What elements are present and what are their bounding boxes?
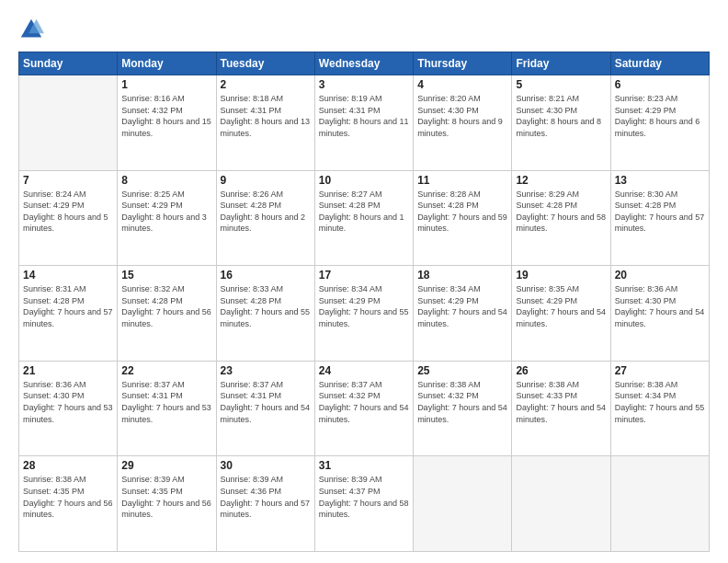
day-number: 14 bbox=[23, 269, 113, 282]
calendar-week-5: 28 Sunrise: 8:38 AM Sunset: 4:35 PM Dayl… bbox=[19, 456, 710, 552]
day-header-tuesday: Tuesday bbox=[216, 52, 314, 75]
calendar-cell: 28 Sunrise: 8:38 AM Sunset: 4:35 PM Dayl… bbox=[19, 456, 118, 552]
day-info: Sunrise: 8:23 AM Sunset: 4:29 PM Dayligh… bbox=[615, 93, 705, 139]
calendar-cell: 10 Sunrise: 8:27 AM Sunset: 4:28 PM Dayl… bbox=[314, 170, 413, 266]
day-header-monday: Monday bbox=[118, 52, 216, 75]
day-number: 6 bbox=[615, 78, 705, 91]
day-info: Sunrise: 8:19 AM Sunset: 4:31 PM Dayligh… bbox=[319, 93, 409, 139]
day-info: Sunrise: 8:30 AM Sunset: 4:28 PM Dayligh… bbox=[615, 189, 705, 235]
day-number: 3 bbox=[319, 78, 409, 91]
calendar-cell: 31 Sunrise: 8:39 AM Sunset: 4:37 PM Dayl… bbox=[314, 456, 413, 552]
day-info: Sunrise: 8:21 AM Sunset: 4:30 PM Dayligh… bbox=[516, 93, 606, 139]
day-info: Sunrise: 8:37 AM Sunset: 4:31 PM Dayligh… bbox=[221, 379, 311, 425]
calendar-cell bbox=[414, 456, 512, 552]
calendar-table: SundayMondayTuesdayWednesdayThursdayFrid… bbox=[18, 52, 710, 552]
day-number: 5 bbox=[516, 78, 606, 91]
day-number: 16 bbox=[221, 269, 311, 282]
calendar-cell: 2 Sunrise: 8:18 AM Sunset: 4:31 PM Dayli… bbox=[216, 75, 314, 171]
day-info: Sunrise: 8:38 AM Sunset: 4:34 PM Dayligh… bbox=[615, 379, 705, 425]
calendar-cell: 26 Sunrise: 8:38 AM Sunset: 4:33 PM Dayl… bbox=[512, 361, 610, 456]
day-info: Sunrise: 8:16 AM Sunset: 4:32 PM Dayligh… bbox=[121, 93, 211, 139]
day-info: Sunrise: 8:34 AM Sunset: 4:29 PM Dayligh… bbox=[417, 283, 507, 329]
day-number: 1 bbox=[121, 78, 211, 91]
calendar-cell: 22 Sunrise: 8:37 AM Sunset: 4:31 PM Dayl… bbox=[118, 361, 216, 456]
calendar-cell: 29 Sunrise: 8:39 AM Sunset: 4:35 PM Dayl… bbox=[118, 456, 216, 552]
day-number: 17 bbox=[319, 269, 409, 282]
calendar-week-4: 21 Sunrise: 8:36 AM Sunset: 4:30 PM Dayl… bbox=[19, 361, 710, 456]
calendar-cell: 30 Sunrise: 8:39 AM Sunset: 4:36 PM Dayl… bbox=[216, 456, 314, 552]
calendar-cell: 5 Sunrise: 8:21 AM Sunset: 4:30 PM Dayli… bbox=[512, 75, 610, 171]
day-header-thursday: Thursday bbox=[414, 52, 512, 75]
calendar-week-3: 14 Sunrise: 8:31 AM Sunset: 4:28 PM Dayl… bbox=[19, 266, 710, 362]
calendar-cell: 15 Sunrise: 8:32 AM Sunset: 4:28 PM Dayl… bbox=[118, 266, 216, 362]
logo-icon bbox=[18, 17, 44, 42]
day-info: Sunrise: 8:39 AM Sunset: 4:36 PM Dayligh… bbox=[221, 474, 311, 520]
day-number: 9 bbox=[221, 174, 311, 187]
calendar-cell: 19 Sunrise: 8:35 AM Sunset: 4:29 PM Dayl… bbox=[512, 266, 610, 362]
calendar-cell: 23 Sunrise: 8:37 AM Sunset: 4:31 PM Dayl… bbox=[216, 361, 314, 456]
calendar-week-2: 7 Sunrise: 8:24 AM Sunset: 4:29 PM Dayli… bbox=[19, 170, 710, 266]
calendar-cell bbox=[512, 456, 610, 552]
calendar-cell: 8 Sunrise: 8:25 AM Sunset: 4:29 PM Dayli… bbox=[118, 170, 216, 266]
day-info: Sunrise: 8:26 AM Sunset: 4:28 PM Dayligh… bbox=[221, 189, 311, 235]
calendar-cell: 11 Sunrise: 8:28 AM Sunset: 4:28 PM Dayl… bbox=[414, 170, 512, 266]
day-header-saturday: Saturday bbox=[610, 52, 709, 75]
day-number: 29 bbox=[121, 459, 211, 472]
day-number: 21 bbox=[23, 364, 113, 377]
calendar-cell: 13 Sunrise: 8:30 AM Sunset: 4:28 PM Dayl… bbox=[610, 170, 709, 266]
calendar-cell: 24 Sunrise: 8:37 AM Sunset: 4:32 PM Dayl… bbox=[314, 361, 413, 456]
day-info: Sunrise: 8:29 AM Sunset: 4:28 PM Dayligh… bbox=[516, 189, 606, 235]
calendar-cell: 27 Sunrise: 8:38 AM Sunset: 4:34 PM Dayl… bbox=[610, 361, 709, 456]
day-number: 22 bbox=[121, 364, 211, 377]
day-info: Sunrise: 8:18 AM Sunset: 4:31 PM Dayligh… bbox=[221, 93, 311, 139]
calendar-cell: 25 Sunrise: 8:38 AM Sunset: 4:32 PM Dayl… bbox=[414, 361, 512, 456]
day-info: Sunrise: 8:34 AM Sunset: 4:29 PM Dayligh… bbox=[319, 283, 409, 329]
calendar-cell: 1 Sunrise: 8:16 AM Sunset: 4:32 PM Dayli… bbox=[118, 75, 216, 171]
day-number: 26 bbox=[516, 364, 606, 377]
day-info: Sunrise: 8:36 AM Sunset: 4:30 PM Dayligh… bbox=[615, 283, 705, 329]
day-number: 2 bbox=[221, 78, 311, 91]
calendar-cell: 9 Sunrise: 8:26 AM Sunset: 4:28 PM Dayli… bbox=[216, 170, 314, 266]
page: SundayMondayTuesdayWednesdayThursdayFrid… bbox=[0, 0, 728, 563]
calendar-header-row: SundayMondayTuesdayWednesdayThursdayFrid… bbox=[19, 52, 710, 75]
day-info: Sunrise: 8:38 AM Sunset: 4:33 PM Dayligh… bbox=[516, 379, 606, 425]
day-number: 31 bbox=[319, 459, 409, 472]
day-number: 19 bbox=[516, 269, 606, 282]
day-info: Sunrise: 8:38 AM Sunset: 4:32 PM Dayligh… bbox=[417, 379, 507, 425]
calendar-week-1: 1 Sunrise: 8:16 AM Sunset: 4:32 PM Dayli… bbox=[19, 75, 710, 171]
calendar-cell: 4 Sunrise: 8:20 AM Sunset: 4:30 PM Dayli… bbox=[414, 75, 512, 171]
calendar-cell: 17 Sunrise: 8:34 AM Sunset: 4:29 PM Dayl… bbox=[314, 266, 413, 362]
day-number: 25 bbox=[417, 364, 507, 377]
day-header-sunday: Sunday bbox=[19, 52, 118, 75]
day-number: 24 bbox=[319, 364, 409, 377]
day-info: Sunrise: 8:32 AM Sunset: 4:28 PM Dayligh… bbox=[121, 283, 211, 329]
day-number: 7 bbox=[23, 174, 113, 187]
calendar-cell: 21 Sunrise: 8:36 AM Sunset: 4:30 PM Dayl… bbox=[19, 361, 118, 456]
logo bbox=[18, 17, 48, 42]
calendar-cell bbox=[610, 456, 709, 552]
calendar-cell: 18 Sunrise: 8:34 AM Sunset: 4:29 PM Dayl… bbox=[414, 266, 512, 362]
day-info: Sunrise: 8:36 AM Sunset: 4:30 PM Dayligh… bbox=[23, 379, 113, 425]
day-info: Sunrise: 8:25 AM Sunset: 4:29 PM Dayligh… bbox=[121, 189, 211, 235]
calendar-cell: 20 Sunrise: 8:36 AM Sunset: 4:30 PM Dayl… bbox=[610, 266, 709, 362]
day-number: 27 bbox=[615, 364, 705, 377]
day-number: 28 bbox=[23, 459, 113, 472]
day-info: Sunrise: 8:37 AM Sunset: 4:31 PM Dayligh… bbox=[121, 379, 211, 425]
day-info: Sunrise: 8:33 AM Sunset: 4:28 PM Dayligh… bbox=[221, 283, 311, 329]
header bbox=[18, 17, 710, 42]
calendar-cell: 7 Sunrise: 8:24 AM Sunset: 4:29 PM Dayli… bbox=[19, 170, 118, 266]
day-info: Sunrise: 8:38 AM Sunset: 4:35 PM Dayligh… bbox=[23, 474, 113, 520]
day-number: 11 bbox=[417, 174, 507, 187]
calendar-cell: 6 Sunrise: 8:23 AM Sunset: 4:29 PM Dayli… bbox=[610, 75, 709, 171]
day-info: Sunrise: 8:35 AM Sunset: 4:29 PM Dayligh… bbox=[516, 283, 606, 329]
calendar-cell: 14 Sunrise: 8:31 AM Sunset: 4:28 PM Dayl… bbox=[19, 266, 118, 362]
calendar-cell: 3 Sunrise: 8:19 AM Sunset: 4:31 PM Dayli… bbox=[314, 75, 413, 171]
day-header-wednesday: Wednesday bbox=[314, 52, 413, 75]
day-info: Sunrise: 8:39 AM Sunset: 4:35 PM Dayligh… bbox=[121, 474, 211, 520]
day-number: 15 bbox=[121, 269, 211, 282]
day-info: Sunrise: 8:31 AM Sunset: 4:28 PM Dayligh… bbox=[23, 283, 113, 329]
day-number: 23 bbox=[221, 364, 311, 377]
day-number: 30 bbox=[221, 459, 311, 472]
day-number: 8 bbox=[121, 174, 211, 187]
day-number: 20 bbox=[615, 269, 705, 282]
